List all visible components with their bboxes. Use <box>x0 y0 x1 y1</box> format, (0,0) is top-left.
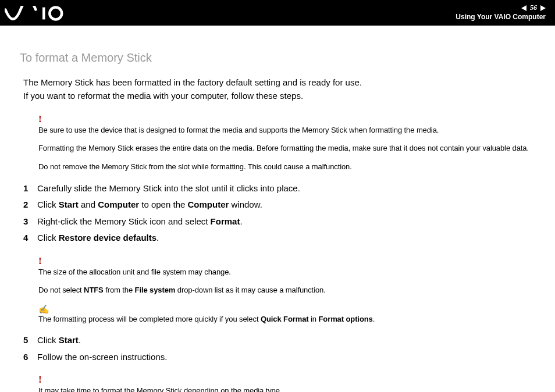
steps-list-2: 5 Click Start. 6 Follow the on-screen in… <box>23 332 535 365</box>
step-row: 5 Click Start. <box>23 332 535 349</box>
page-nav: 56 <box>456 3 546 13</box>
warning-2-line-1: The size of the allocation unit and file… <box>38 267 535 277</box>
warning-block-2: ! The size of the allocation unit and fi… <box>38 255 535 295</box>
svg-point-1 <box>49 8 62 20</box>
warning-1-line-3: Do not remove the Memory Stick from the … <box>38 162 535 172</box>
intro-text: The Memory Stick has been formatted in t… <box>23 76 535 102</box>
tip-text: The formatting process will be completed… <box>38 314 535 325</box>
step-text: Click Restore device defaults. <box>37 230 535 247</box>
step-text: Right-click the Memory Stick icon and se… <box>37 213 535 230</box>
step-number: 3 <box>23 213 37 230</box>
header-right: 56 Using Your VAIO Computer <box>456 3 546 22</box>
warning-icon: ! <box>38 373 535 387</box>
step-number: 5 <box>23 332 37 349</box>
tip-block: ✍ The formatting process will be complet… <box>38 304 535 325</box>
nav-next-icon[interactable] <box>540 5 546 11</box>
warning-block-1: ! Be sure to use the device that is desi… <box>38 113 535 172</box>
step-row: 6 Follow the on-screen instructions. <box>23 349 535 366</box>
content: To format a Memory Stick The Memory Stic… <box>0 26 555 392</box>
step-text: Follow the on-screen instructions. <box>37 349 535 366</box>
svg-rect-0 <box>42 8 45 20</box>
step-number: 1 <box>23 180 37 197</box>
step-text: Click Start. <box>37 332 535 349</box>
step-text: Click Start and Computer to open the Com… <box>37 197 535 213</box>
page-header: 56 Using Your VAIO Computer <box>0 0 555 26</box>
note-icon: ✍ <box>38 304 535 315</box>
warning-3-text: It may take time to format the Memory St… <box>38 386 535 392</box>
step-number: 6 <box>23 349 37 366</box>
step-row: 3 Right-click the Memory Stick icon and … <box>23 213 535 230</box>
step-row: 1 Carefully slide the Memory Stick into … <box>23 180 535 197</box>
step-row: 2 Click Start and Computer to open the C… <box>23 197 535 213</box>
step-row: 4 Click Restore device defaults. <box>23 230 535 247</box>
warning-1-line-2: Formatting the Memory Stick erases the e… <box>38 143 535 154</box>
page-heading: To format a Memory Stick <box>20 45 535 70</box>
steps-list-1: 1 Carefully slide the Memory Stick into … <box>23 180 535 247</box>
warning-icon: ! <box>38 113 535 126</box>
warning-2-line-2: Do not select NTFS from the File system … <box>38 285 535 295</box>
warning-1-line-1: Be sure to use the device that is design… <box>38 125 535 136</box>
intro-line-2: If you want to reformat the media with y… <box>23 91 303 101</box>
step-text: Carefully slide the Memory Stick into th… <box>37 180 535 197</box>
step-number: 4 <box>23 230 37 247</box>
section-title: Using Your VAIO Computer <box>456 13 546 22</box>
intro-line-1: The Memory Stick has been formatted in t… <box>23 77 362 87</box>
warning-icon: ! <box>38 255 535 268</box>
nav-prev-icon[interactable] <box>521 5 526 11</box>
step-number: 2 <box>23 197 37 213</box>
page-number: 56 <box>530 3 537 13</box>
warning-block-3: ! It may take time to format the Memory … <box>38 373 535 392</box>
vaio-logo <box>5 6 80 21</box>
